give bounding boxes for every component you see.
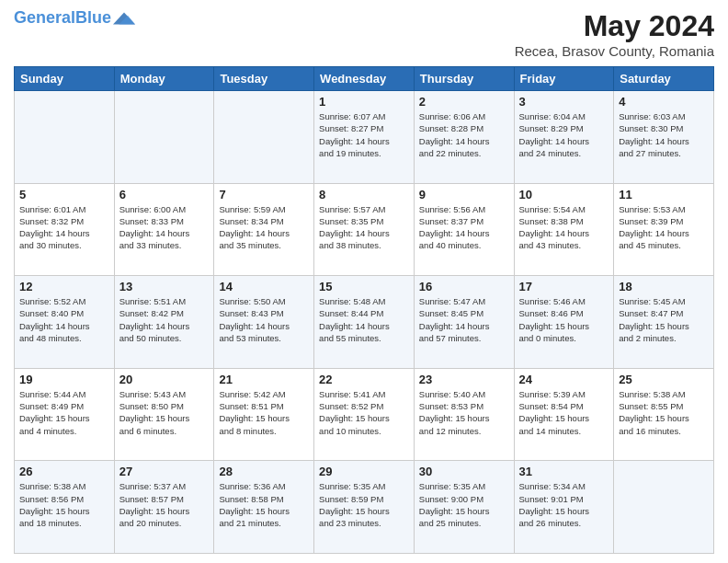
cell-day-number: 12 — [19, 280, 109, 293]
calendar-cell — [15, 91, 115, 184]
cell-info-text: Sunrise: 5:35 AMSunset: 9:00 PMDaylight:… — [419, 480, 509, 529]
cell-day-number: 21 — [219, 373, 309, 386]
cell-info-text: Sunrise: 5:51 AMSunset: 8:42 PMDaylight:… — [119, 295, 210, 344]
calendar-cell: 2Sunrise: 6:06 AMSunset: 8:28 PMDaylight… — [414, 91, 514, 184]
calendar-cell: 21Sunrise: 5:42 AMSunset: 8:51 PMDayligh… — [214, 368, 314, 461]
calendar-cell: 17Sunrise: 5:46 AMSunset: 8:46 PMDayligh… — [514, 276, 614, 369]
cell-day-number: 18 — [619, 280, 709, 293]
cell-day-number: 6 — [119, 188, 210, 201]
col-header-friday: Friday — [514, 67, 614, 91]
cell-info-text: Sunrise: 6:04 AMSunset: 8:29 PMDaylight:… — [519, 110, 609, 159]
subtitle: Recea, Brasov County, Romania — [515, 43, 714, 59]
calendar-cell: 15Sunrise: 5:48 AMSunset: 8:44 PMDayligh… — [314, 276, 415, 369]
cell-info-text: Sunrise: 5:45 AMSunset: 8:47 PMDaylight:… — [619, 295, 709, 344]
page: GeneralBlue May 2024 Recea, Brasov Count… — [0, 0, 728, 563]
calendar-cell: 23Sunrise: 5:40 AMSunset: 8:53 PMDayligh… — [414, 368, 514, 461]
col-header-monday: Monday — [114, 67, 214, 91]
cell-info-text: Sunrise: 6:03 AMSunset: 8:30 PMDaylight:… — [619, 110, 709, 159]
calendar-week-3: 12Sunrise: 5:52 AMSunset: 8:40 PMDayligh… — [15, 276, 714, 369]
calendar-cell: 6Sunrise: 6:00 AMSunset: 8:33 PMDaylight… — [114, 183, 214, 276]
cell-day-number: 4 — [619, 95, 709, 109]
calendar-cell: 11Sunrise: 5:53 AMSunset: 8:39 PMDayligh… — [614, 183, 714, 276]
calendar-cell: 1Sunrise: 6:07 AMSunset: 8:27 PMDaylight… — [314, 91, 415, 184]
calendar-cell: 19Sunrise: 5:44 AMSunset: 8:49 PMDayligh… — [15, 368, 115, 461]
cell-day-number: 17 — [519, 280, 609, 293]
cell-day-number: 3 — [519, 95, 609, 109]
calendar-cell: 31Sunrise: 5:34 AMSunset: 9:01 PMDayligh… — [514, 461, 614, 554]
calendar-cell: 24Sunrise: 5:39 AMSunset: 8:54 PMDayligh… — [514, 368, 614, 461]
cell-info-text: Sunrise: 5:53 AMSunset: 8:39 PMDaylight:… — [619, 203, 709, 252]
cell-day-number: 14 — [219, 280, 309, 293]
cell-info-text: Sunrise: 5:46 AMSunset: 8:46 PMDaylight:… — [519, 295, 609, 344]
calendar-cell: 30Sunrise: 5:35 AMSunset: 9:00 PMDayligh… — [414, 461, 514, 554]
calendar-cell: 4Sunrise: 6:03 AMSunset: 8:30 PMDaylight… — [614, 91, 714, 184]
calendar-cell: 20Sunrise: 5:43 AMSunset: 8:50 PMDayligh… — [114, 368, 214, 461]
calendar-cell: 3Sunrise: 6:04 AMSunset: 8:29 PMDaylight… — [514, 91, 614, 184]
cell-info-text: Sunrise: 5:48 AMSunset: 8:44 PMDaylight:… — [319, 295, 409, 344]
cell-day-number: 9 — [419, 188, 509, 201]
calendar-cell — [114, 91, 214, 184]
cell-info-text: Sunrise: 5:54 AMSunset: 8:38 PMDaylight:… — [519, 203, 609, 252]
logo-text: GeneralBlue — [14, 9, 111, 28]
cell-info-text: Sunrise: 5:37 AMSunset: 8:57 PMDaylight:… — [119, 480, 210, 529]
cell-day-number: 28 — [219, 465, 309, 478]
cell-day-number: 24 — [519, 373, 609, 386]
calendar-cell: 7Sunrise: 5:59 AMSunset: 8:34 PMDaylight… — [214, 183, 314, 276]
cell-info-text: Sunrise: 5:39 AMSunset: 8:54 PMDaylight:… — [519, 388, 609, 437]
cell-day-number: 29 — [319, 465, 409, 478]
calendar-week-4: 19Sunrise: 5:44 AMSunset: 8:49 PMDayligh… — [15, 368, 714, 461]
calendar-cell: 10Sunrise: 5:54 AMSunset: 8:38 PMDayligh… — [514, 183, 614, 276]
cell-day-number: 16 — [419, 280, 509, 293]
cell-day-number: 22 — [319, 373, 409, 386]
calendar-week-5: 26Sunrise: 5:38 AMSunset: 8:56 PMDayligh… — [15, 461, 714, 554]
calendar-cell: 13Sunrise: 5:51 AMSunset: 8:42 PMDayligh… — [114, 276, 214, 369]
cell-day-number: 5 — [19, 188, 109, 201]
calendar-week-2: 5Sunrise: 6:01 AMSunset: 8:32 PMDaylight… — [15, 183, 714, 276]
cell-info-text: Sunrise: 5:50 AMSunset: 8:43 PMDaylight:… — [219, 295, 309, 344]
cell-info-text: Sunrise: 5:42 AMSunset: 8:51 PMDaylight:… — [219, 388, 309, 437]
cell-info-text: Sunrise: 6:00 AMSunset: 8:33 PMDaylight:… — [119, 203, 210, 252]
calendar-table: SundayMondayTuesdayWednesdayThursdayFrid… — [14, 66, 714, 554]
logo: GeneralBlue — [14, 9, 135, 28]
calendar-cell: 27Sunrise: 5:37 AMSunset: 8:57 PMDayligh… — [114, 461, 214, 554]
cell-info-text: Sunrise: 5:59 AMSunset: 8:34 PMDaylight:… — [219, 203, 309, 252]
cell-day-number: 7 — [219, 188, 309, 201]
col-header-sunday: Sunday — [15, 67, 115, 91]
logo-icon — [113, 9, 135, 28]
calendar-cell: 29Sunrise: 5:35 AMSunset: 8:59 PMDayligh… — [314, 461, 415, 554]
cell-day-number: 15 — [319, 280, 409, 293]
cell-info-text: Sunrise: 6:07 AMSunset: 8:27 PMDaylight:… — [319, 110, 409, 159]
calendar-cell: 9Sunrise: 5:56 AMSunset: 8:37 PMDaylight… — [414, 183, 514, 276]
cell-day-number: 10 — [519, 188, 609, 201]
cell-day-number: 8 — [319, 188, 409, 201]
calendar-cell: 5Sunrise: 6:01 AMSunset: 8:32 PMDaylight… — [15, 183, 115, 276]
cell-day-number: 19 — [19, 373, 109, 386]
calendar-cell — [614, 461, 714, 554]
cell-day-number: 1 — [319, 95, 409, 109]
calendar-week-1: 1Sunrise: 6:07 AMSunset: 8:27 PMDaylight… — [15, 91, 714, 184]
cell-day-number: 31 — [519, 465, 609, 478]
calendar-cell: 8Sunrise: 5:57 AMSunset: 8:35 PMDaylight… — [314, 183, 415, 276]
cell-info-text: Sunrise: 6:06 AMSunset: 8:28 PMDaylight:… — [419, 110, 509, 159]
cell-info-text: Sunrise: 5:38 AMSunset: 8:55 PMDaylight:… — [619, 388, 709, 437]
cell-info-text: Sunrise: 6:01 AMSunset: 8:32 PMDaylight:… — [19, 203, 109, 252]
title-block: May 2024 Recea, Brasov County, Romania — [515, 9, 714, 59]
cell-day-number: 27 — [119, 465, 210, 478]
cell-day-number: 25 — [619, 373, 709, 386]
calendar-cell: 26Sunrise: 5:38 AMSunset: 8:56 PMDayligh… — [15, 461, 115, 554]
calendar-cell: 25Sunrise: 5:38 AMSunset: 8:55 PMDayligh… — [614, 368, 714, 461]
cell-day-number: 23 — [419, 373, 509, 386]
cell-day-number: 11 — [619, 188, 709, 201]
col-header-thursday: Thursday — [414, 67, 514, 91]
calendar-cell: 16Sunrise: 5:47 AMSunset: 8:45 PMDayligh… — [414, 276, 514, 369]
calendar-cell — [214, 91, 314, 184]
col-header-tuesday: Tuesday — [214, 67, 314, 91]
col-header-saturday: Saturday — [614, 67, 714, 91]
cell-info-text: Sunrise: 5:52 AMSunset: 8:40 PMDaylight:… — [19, 295, 109, 344]
cell-info-text: Sunrise: 5:40 AMSunset: 8:53 PMDaylight:… — [419, 388, 509, 437]
cell-info-text: Sunrise: 5:34 AMSunset: 9:01 PMDaylight:… — [519, 480, 609, 529]
cell-info-text: Sunrise: 5:36 AMSunset: 8:58 PMDaylight:… — [219, 480, 309, 529]
col-header-wednesday: Wednesday — [314, 67, 415, 91]
calendar-cell: 18Sunrise: 5:45 AMSunset: 8:47 PMDayligh… — [614, 276, 714, 369]
calendar-cell: 22Sunrise: 5:41 AMSunset: 8:52 PMDayligh… — [314, 368, 415, 461]
